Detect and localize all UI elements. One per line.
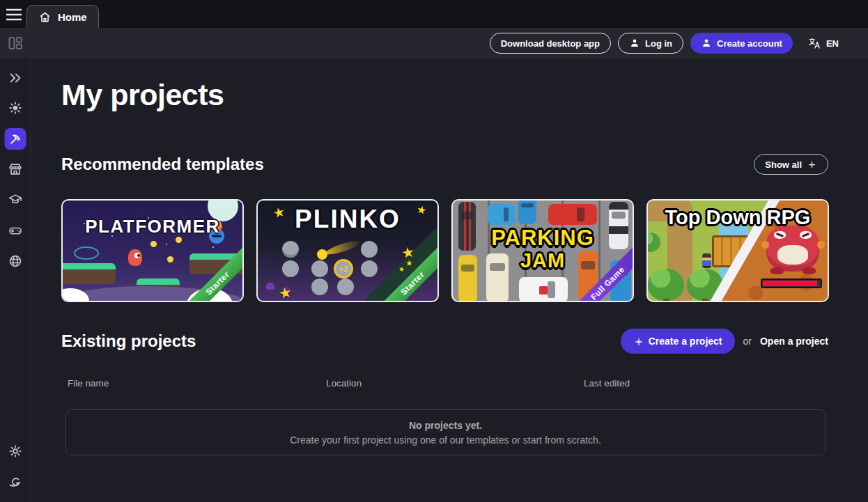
- download-desktop-app-button[interactable]: Download desktop app: [490, 33, 611, 54]
- empty-state-subtitle: Create your first project using one of o…: [290, 434, 601, 446]
- tab-bar: Home: [0, 0, 868, 28]
- column-header-file-name: File name: [68, 378, 109, 389]
- pegs-art: [282, 241, 299, 258]
- card-title: Top Down RPG: [648, 206, 828, 229]
- language-code: EN: [826, 38, 839, 49]
- plus-icon: [807, 159, 817, 170]
- create-account-label: Create account: [717, 38, 782, 49]
- toolbar-actions: Download desktop app Log in Create accou…: [490, 33, 839, 54]
- empty-projects-placeholder: No projects yet. Create your first proje…: [65, 409, 826, 455]
- boss-frog-art: [761, 241, 769, 249]
- pickaxe-icon: [8, 132, 22, 146]
- template-card-plinko[interactable]: +2 ★ ★ ★ ★ ★ ★ PLINKO Starter: [256, 199, 439, 302]
- empty-state-title: No projects yet.: [409, 420, 482, 431]
- car-sprite: [488, 204, 516, 225]
- projects-heading: Existing projects: [61, 331, 196, 351]
- bush-art: [646, 233, 660, 252]
- health-bar-art: [761, 279, 822, 288]
- person-icon: [629, 38, 640, 49]
- gdevelop-home-window: Home Download desktop app Log in: [0, 0, 868, 502]
- coins-art: [150, 241, 157, 247]
- card-title-line2: JAM: [453, 249, 633, 272]
- star-icon: ★: [277, 284, 293, 301]
- card-title: PLATFORMER: [63, 216, 242, 237]
- main-content: My projects Recommended templates Show a…: [31, 58, 868, 502]
- shop-icon[interactable]: [8, 162, 23, 177]
- ball-art: [317, 249, 327, 260]
- translate-icon: [808, 37, 821, 50]
- tab-home[interactable]: Home: [26, 5, 99, 29]
- language-selector[interactable]: EN: [808, 37, 839, 50]
- community-icon[interactable]: [8, 253, 23, 269]
- menu-icon[interactable]: [5, 6, 23, 23]
- car-sprite: [548, 204, 597, 225]
- show-all-button[interactable]: Show all: [754, 154, 828, 175]
- template-cards-row: PLATFORMER Starter +2 ★ ★ ★ ★ ★ ★ PLINKO…: [61, 199, 829, 302]
- templates-heading: Recommended templates: [61, 155, 264, 174]
- card-title: PLINKO: [258, 205, 437, 234]
- get-started-icon[interactable]: [8, 100, 23, 116]
- mushroom-art: [266, 283, 274, 290]
- learn-icon[interactable]: [8, 192, 23, 207]
- home-icon: [38, 10, 52, 24]
- create-project-button[interactable]: Create a project: [621, 329, 735, 354]
- create-project-label: Create a project: [649, 336, 722, 347]
- star-icon: ★: [405, 259, 413, 267]
- ball-trail-art: [325, 238, 363, 257]
- boss-frog-art: [770, 267, 784, 274]
- template-card-platformer[interactable]: PLATFORMER Starter: [61, 199, 244, 302]
- template-card-parking-jam[interactable]: PARKING JAM Full Game: [451, 199, 634, 302]
- eye-art: [74, 246, 99, 260]
- play-icon[interactable]: [8, 223, 23, 238]
- column-header-location: Location: [326, 378, 362, 389]
- boss-frog-art: [777, 245, 808, 265]
- tab-home-label: Home: [58, 11, 87, 23]
- create-account-button[interactable]: Create account: [690, 33, 793, 54]
- card-title-line1: PARKING: [453, 226, 633, 251]
- car-sprite: [518, 199, 536, 224]
- sidebar: [0, 58, 31, 502]
- car-sprite: [519, 277, 568, 302]
- platform-art: [61, 263, 116, 284]
- bonus-peg: +2: [334, 259, 353, 279]
- hero-art: [702, 253, 711, 268]
- download-label: Download desktop app: [501, 38, 600, 49]
- template-card-top-down-rpg[interactable]: Top Down RPG: [646, 199, 829, 302]
- expand-panel-icon[interactable]: [8, 70, 23, 86]
- build-section-button[interactable]: [4, 128, 26, 150]
- tree-art: [648, 269, 684, 301]
- toolbar: Download desktop app Log in Create accou…: [0, 28, 868, 58]
- gdevelop-logo-icon[interactable]: [8, 474, 23, 489]
- open-project-link[interactable]: Open a project: [760, 336, 828, 347]
- column-header-last-edited: Last edited: [584, 378, 630, 389]
- player-art: [128, 249, 142, 266]
- plus-icon: [633, 336, 644, 347]
- page-title: My projects: [61, 78, 224, 112]
- login-label: Log in: [645, 38, 672, 49]
- panels-layout-icon[interactable]: [7, 35, 24, 52]
- login-button[interactable]: Log in: [618, 33, 683, 54]
- or-text: or: [743, 336, 752, 347]
- person-icon: [701, 38, 712, 49]
- settings-icon[interactable]: [8, 444, 23, 459]
- boss-frog-art: [800, 231, 812, 239]
- boss-frog-art: [774, 231, 786, 239]
- show-all-label: Show all: [765, 159, 802, 170]
